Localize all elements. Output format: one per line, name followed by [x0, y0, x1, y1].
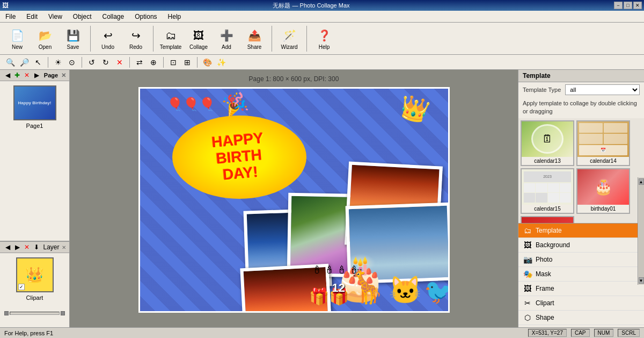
- layer-scrollbar[interactable]: [10, 312, 60, 315]
- template-calendar15[interactable]: 2023 calendar15: [521, 168, 574, 214]
- add-label: Add: [222, 44, 231, 50]
- share-icon: 📤: [246, 27, 263, 44]
- tb2-select[interactable]: ↖: [32, 56, 44, 68]
- page-thumbnail[interactable]: Happy Birthday!: [13, 85, 56, 120]
- shape-list-label: Shape: [536, 314, 554, 321]
- add-icon: ➕: [218, 27, 235, 44]
- list-item-background[interactable]: 🖼 Background: [518, 238, 644, 253]
- share-button[interactable]: 📤 Share: [241, 25, 267, 53]
- layer-thumbnail[interactable]: 👑 ✓: [16, 257, 54, 292]
- tb2-sep2: [82, 57, 82, 68]
- tb2-expand[interactable]: ⊞: [181, 56, 193, 68]
- minimize-button[interactable]: −: [614, 2, 623, 9]
- frame-list-label: Frame: [536, 285, 554, 292]
- tb2-rotate-left[interactable]: ↺: [86, 56, 98, 68]
- scroll-up-button[interactable]: ▲: [639, 178, 644, 185]
- new-button[interactable]: 📄 New: [4, 25, 30, 53]
- right-panel: Template Template Type all calendar birt…: [518, 70, 644, 327]
- page-add[interactable]: ✚: [13, 71, 21, 80]
- happy-birthday-text: HAPPYBIRTHDAY!: [211, 130, 267, 184]
- undo-icon: ↩: [99, 27, 116, 44]
- template-type-select[interactable]: all calendar birthday: [565, 84, 640, 95]
- tb2-circle[interactable]: ⊙: [66, 56, 78, 68]
- title-bar: 🖼 无标题 — Photo Collage Max − □ ✕: [0, 0, 644, 11]
- template-merry-christmas[interactable]: MerryChristmas christmas01: [521, 216, 574, 223]
- new-label: New: [12, 44, 23, 50]
- page-delete[interactable]: ✕: [23, 71, 31, 80]
- layer-nav-next[interactable]: ▶: [13, 243, 21, 251]
- template-birthday01[interactable]: 🎂 birthday01: [576, 168, 630, 214]
- template-icon: 🗂: [162, 27, 179, 44]
- tb2-sun[interactable]: ☀: [52, 56, 64, 68]
- layer-delete[interactable]: ✕: [23, 243, 31, 251]
- list-item-clipart[interactable]: ✂ Clipart: [518, 296, 644, 311]
- redo-button[interactable]: ↪ Redo: [123, 25, 149, 53]
- menu-view[interactable]: View: [45, 12, 65, 21]
- left-panel: ◀ ✚ ✕ ▶ Page ✕ Happy Birthday! Page1: [0, 70, 70, 327]
- cat-emoji: 🐱: [389, 275, 422, 306]
- page-nav-right[interactable]: ▶: [32, 71, 41, 80]
- scroll-down-button[interactable]: ▼: [639, 277, 644, 284]
- layer-move-down[interactable]: ⬇: [32, 243, 41, 251]
- add-button[interactable]: ➕ Add: [214, 25, 239, 53]
- page-nav-left[interactable]: ◀: [3, 71, 12, 80]
- template-instructions: Apply template to collage by double clic…: [518, 97, 644, 118]
- page-panel-close[interactable]: ✕: [61, 72, 66, 79]
- layer-scroll-up[interactable]: [4, 311, 9, 315]
- template-calendar14[interactable]: 📅 calendar14: [576, 120, 630, 166]
- save-button[interactable]: 💾 Save: [60, 25, 86, 53]
- tb2-zoom-out[interactable]: 🔎: [18, 56, 30, 68]
- layer-panel-close[interactable]: ✕: [62, 244, 66, 250]
- calendar14-preview: 📅: [577, 121, 629, 157]
- restore-button[interactable]: □: [624, 2, 632, 9]
- list-item-template[interactable]: 🗂 Template: [518, 224, 644, 238]
- menu-collage[interactable]: Collage: [99, 12, 128, 21]
- num-lock: NUM: [594, 329, 614, 337]
- template-grid: 🗓 calendar13 📅 calendar14: [518, 118, 644, 223]
- layer-panel: ◀ ▶ ✕ ⬇ Layer ✕ 👑 ✓ Clipart: [0, 241, 69, 327]
- tb2-swap[interactable]: ⇄: [134, 56, 145, 68]
- tb2-color[interactable]: 🎨: [201, 56, 213, 68]
- template-list-icon: 🗂: [523, 226, 532, 235]
- collage-button[interactable]: 🖼 Collage: [186, 25, 211, 53]
- tb2-effects[interactable]: ✨: [215, 56, 227, 68]
- list-item-mask[interactable]: 🎭 Mask: [518, 267, 644, 282]
- menu-options[interactable]: Options: [131, 12, 160, 21]
- template-calendar13[interactable]: 🗓 calendar13: [521, 120, 574, 166]
- page-panel-title: Page: [44, 72, 58, 78]
- menu-object[interactable]: Object: [70, 12, 95, 21]
- menu-edit[interactable]: Edit: [23, 12, 41, 21]
- page-thumb-inner: Happy Birthday!: [14, 87, 55, 119]
- tb2-fit[interactable]: ⊡: [167, 56, 179, 68]
- layer-scroll-down[interactable]: [61, 311, 65, 315]
- list-item-frame[interactable]: 🖼 Frame: [518, 282, 644, 296]
- layer-panel-header: ◀ ▶ ✕ ⬇ Layer ✕: [0, 242, 69, 253]
- menu-bar: File Edit View Object Collage Options He…: [0, 11, 644, 23]
- wizard-button[interactable]: 🪄 Wizard: [276, 25, 302, 53]
- tb2-rotate-right[interactable]: ↻: [100, 56, 112, 68]
- tb2-sep4: [163, 57, 164, 68]
- tb2-zoom-in[interactable]: 🔍: [4, 56, 16, 68]
- undo-button[interactable]: ↩ Undo: [95, 25, 121, 53]
- help-button[interactable]: ❓ Help: [311, 25, 337, 53]
- scroll-lock: SCRL: [618, 329, 640, 337]
- template-scrollbar: ▲ ▼: [638, 177, 644, 285]
- share-label: Share: [247, 44, 262, 50]
- calendar14-label: calendar14: [577, 157, 629, 165]
- close-button[interactable]: ✕: [633, 2, 642, 9]
- list-item-photo[interactable]: 📷 Photo: [518, 253, 644, 267]
- menu-help[interactable]: Help: [165, 12, 185, 21]
- layer-visible-check[interactable]: ✓: [18, 284, 25, 290]
- template-button[interactable]: 🗂 Template: [158, 25, 184, 53]
- open-button[interactable]: 📂 Open: [32, 25, 58, 53]
- layer-nav-prev[interactable]: ◀: [3, 243, 12, 251]
- app-icon: 🖼: [2, 2, 9, 9]
- tb2-move[interactable]: ⊕: [148, 56, 159, 68]
- page-label: Page1: [26, 123, 43, 129]
- list-item-shape[interactable]: ⬡ Shape: [518, 311, 644, 325]
- page-thumbnail-area: Happy Birthday! Page1: [0, 81, 69, 133]
- page-panel-controls: ◀ ✚ ✕ ▶: [3, 71, 41, 80]
- collage-canvas[interactable]: HAPPYBIRTHDAY! 🎉 👑 🎂 🦒 🐱 🐦: [138, 87, 450, 313]
- menu-file[interactable]: File: [2, 12, 19, 21]
- tb2-delete[interactable]: ✕: [114, 56, 126, 68]
